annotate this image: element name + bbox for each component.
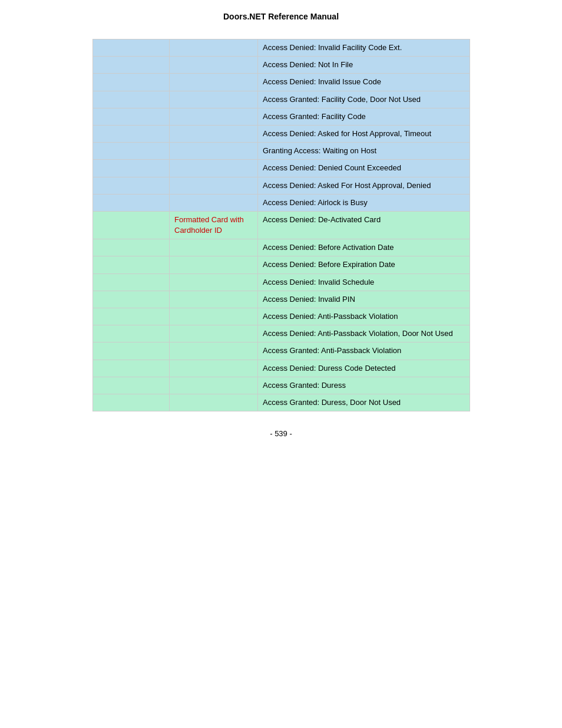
table-row: Access Denied: Anti-Passback Violation xyxy=(93,308,470,325)
col1-cell xyxy=(93,394,170,411)
col3-cell: Access Granted: Facility Code xyxy=(258,108,470,125)
table-row: Access Granted: Facility Code, Door Not … xyxy=(93,91,470,108)
col1-cell xyxy=(93,177,170,194)
page-title: Doors.NET Reference Manual xyxy=(0,12,562,21)
col3-cell: Access Denied: Denied Count Exceeded xyxy=(258,160,470,177)
table-row: Access Denied: Airlock is Busy xyxy=(93,194,470,211)
table-row: Access Denied: Before Activation Date xyxy=(93,239,470,256)
col1-cell xyxy=(93,291,170,308)
col2-cell xyxy=(170,57,258,74)
col3-cell: Access Denied: De-Activated Card xyxy=(258,211,470,239)
col3-cell: Access Granted: Duress xyxy=(258,377,470,394)
col1-cell xyxy=(93,342,170,360)
table-row: Granting Access: Waiting on Host xyxy=(93,143,470,160)
col2-cell xyxy=(170,160,258,177)
col2-cell: Formatted Card with Cardholder ID xyxy=(170,211,258,239)
table-row: Access Denied: Before Expiration Date xyxy=(93,256,470,274)
col2-cell xyxy=(170,177,258,194)
table-row: Access Denied: Asked for Host Approval, … xyxy=(93,125,470,142)
col2-cell xyxy=(170,91,258,108)
col2-cell xyxy=(170,125,258,142)
col2-cell xyxy=(170,256,258,274)
col1-cell xyxy=(93,125,170,142)
col1-cell xyxy=(93,108,170,125)
table-row: Access Granted: Duress, Door Not Used xyxy=(93,394,470,411)
col2-cell xyxy=(170,325,258,342)
col3-cell: Access Denied: Not In File xyxy=(258,57,470,74)
col3-cell: Access Granted: Duress, Door Not Used xyxy=(258,394,470,411)
col3-cell: Access Denied: Invalid Issue Code xyxy=(258,74,470,91)
table-row: Access Denied: Denied Count Exceeded xyxy=(93,160,470,177)
col1-cell xyxy=(93,160,170,177)
col3-cell: Access Granted: Anti-Passback Violation xyxy=(258,342,470,360)
col1-cell xyxy=(93,325,170,342)
col3-cell: Access Denied: Asked For Host Approval, … xyxy=(258,177,470,194)
col2-cell xyxy=(170,143,258,160)
col3-cell: Access Denied: Asked for Host Approval, … xyxy=(258,125,470,142)
col3-cell: Access Denied: Before Expiration Date xyxy=(258,256,470,274)
table-row: Access Denied: Asked For Host Approval, … xyxy=(93,177,470,194)
col1-cell xyxy=(93,274,170,291)
col3-cell: Access Denied: Anti-Passback Violation, … xyxy=(258,325,470,342)
col3-cell: Access Denied: Invalid PIN xyxy=(258,291,470,308)
formatted-card-label: Formatted Card with Cardholder ID xyxy=(174,215,244,235)
reference-table: Access Denied: Invalid Facility Code Ext… xyxy=(92,39,470,411)
col3-cell: Access Denied: Duress Code Detected xyxy=(258,360,470,377)
table-row: Access Denied: Invalid Issue Code xyxy=(93,74,470,91)
col2-cell xyxy=(170,377,258,394)
table-row: Access Granted: Duress xyxy=(93,377,470,394)
col2-cell xyxy=(170,39,258,57)
col1-cell xyxy=(93,74,170,91)
table-row: Access Granted: Facility Code xyxy=(93,108,470,125)
table-row: Formatted Card with Cardholder IDAccess … xyxy=(93,211,470,239)
col3-cell: Access Granted: Facility Code, Door Not … xyxy=(258,91,470,108)
col2-cell xyxy=(170,239,258,256)
col1-cell xyxy=(93,57,170,74)
col3-cell: Access Denied: Airlock is Busy xyxy=(258,194,470,211)
col1-cell xyxy=(93,39,170,57)
col1-cell xyxy=(93,377,170,394)
col3-cell: Access Denied: Anti-Passback Violation xyxy=(258,308,470,325)
table-row: Access Denied: Duress Code Detected xyxy=(93,360,470,377)
table-row: Access Denied: Invalid Facility Code Ext… xyxy=(93,39,470,57)
col2-cell xyxy=(170,360,258,377)
col1-cell xyxy=(93,143,170,160)
col2-cell xyxy=(170,108,258,125)
col2-cell xyxy=(170,394,258,411)
table-row: Access Denied: Not In File xyxy=(93,57,470,74)
col3-cell: Granting Access: Waiting on Host xyxy=(258,143,470,160)
col2-cell xyxy=(170,342,258,360)
col2-cell xyxy=(170,74,258,91)
col3-cell: Access Denied: Invalid Schedule xyxy=(258,274,470,291)
col1-cell xyxy=(93,360,170,377)
table-row: Access Granted: Anti-Passback Violation xyxy=(93,342,470,360)
col3-cell: Access Denied: Invalid Facility Code Ext… xyxy=(258,39,470,57)
col2-cell xyxy=(170,194,258,211)
col1-cell xyxy=(93,211,170,239)
col2-cell xyxy=(170,291,258,308)
col1-cell xyxy=(93,308,170,325)
col3-cell: Access Denied: Before Activation Date xyxy=(258,239,470,256)
table-row: Access Denied: Anti-Passback Violation, … xyxy=(93,325,470,342)
col1-cell xyxy=(93,256,170,274)
table-row: Access Denied: Invalid Schedule xyxy=(93,274,470,291)
table-row: Access Denied: Invalid PIN xyxy=(93,291,470,308)
col1-cell xyxy=(93,194,170,211)
col1-cell xyxy=(93,91,170,108)
main-content: Access Denied: Invalid Facility Code Ext… xyxy=(92,39,470,411)
col1-cell xyxy=(93,239,170,256)
page-footer: - 539 - xyxy=(0,429,562,438)
col2-cell xyxy=(170,274,258,291)
col2-cell xyxy=(170,308,258,325)
